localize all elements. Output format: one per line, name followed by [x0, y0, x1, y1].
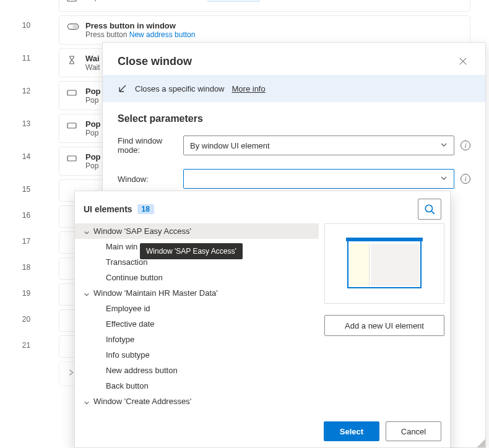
tree-element-node[interactable]: Effective date: [75, 316, 319, 332]
textbox-icon: [67, 0, 78, 5]
svg-rect-4: [67, 123, 76, 128]
step-link[interactable]: New address button: [129, 30, 196, 39]
svg-rect-3: [67, 90, 76, 95]
variable-pill[interactable]: EffectiveDate: [207, 0, 260, 2]
textbox-icon: [67, 121, 78, 132]
chevron-down-icon: [440, 141, 448, 149]
svg-rect-5: [67, 156, 76, 161]
tree-node-label: Infotype: [106, 335, 134, 344]
step-title: Pop: [85, 152, 101, 162]
more-info-link[interactable]: More info: [232, 84, 266, 93]
line-number: 17: [0, 230, 53, 256]
info-banner: Closes a specific window More info: [103, 75, 485, 102]
tooltip: Window 'SAP Easy Access': [140, 243, 243, 259]
tree-node-label: Window 'Maintain HR Master Data': [93, 288, 218, 298]
select-button[interactable]: Select: [324, 421, 379, 441]
search-button[interactable]: [418, 199, 441, 220]
window-label: Window:: [118, 174, 177, 184]
textbox-icon: [67, 153, 78, 165]
step-title: Pop: [85, 119, 101, 129]
tree-node-label: Continue button: [106, 273, 163, 282]
tree-element-node[interactable]: Continue button: [75, 270, 319, 285]
step-title: Pop: [85, 87, 101, 96]
step-subtitle: Populate text box Effective date with Ef…: [85, 0, 260, 1]
chevron-down-icon: [84, 228, 90, 235]
find-mode-label: Find window mode:: [118, 136, 177, 155]
tree-window-node[interactable]: Window 'SAP Easy Access': [75, 223, 319, 239]
step-subtitle: Pop: [85, 129, 101, 137]
line-number: 15: [0, 178, 53, 204]
count-badge: 18: [137, 204, 154, 214]
tree-node-label: Main win: [106, 242, 137, 251]
section-heading: Select parameters: [103, 102, 485, 132]
step-subtitle: Press button New address button: [85, 30, 195, 39]
line-number: 20: [0, 308, 53, 334]
tree-element-node[interactable]: Back button: [75, 378, 319, 394]
line-number: 14: [0, 145, 53, 178]
banner-text: Closes a specific window: [135, 84, 225, 93]
add-ui-element-button[interactable]: Add a new UI element: [324, 315, 444, 336]
line-number: 19: [0, 282, 53, 308]
step-subtitle: Pop: [85, 162, 101, 170]
line-number: 12: [0, 79, 53, 112]
line-number: 21: [0, 334, 53, 360]
flow-step-card[interactable]: Populate text box Effective date with Ef…: [59, 0, 470, 12]
line-number: [0, 360, 53, 388]
picker-title: UI elements: [84, 204, 132, 214]
tree-node-label: Employee id: [106, 304, 150, 313]
svg-rect-0: [67, 0, 76, 1]
dropdown-value: By window UI element: [190, 141, 270, 150]
press-icon: [67, 22, 78, 33]
step-link[interactable]: Effective date: [145, 0, 190, 1]
line-number: 18: [0, 256, 53, 282]
flow-step-card[interactable]: Press button in windowPress button New a…: [59, 15, 470, 45]
chevron-down-icon: [84, 398, 90, 405]
tree-window-node[interactable]: Window 'Create Addresses': [75, 394, 319, 409]
arrow-down-left-icon: [118, 84, 128, 93]
wait-icon: [67, 55, 78, 66]
svg-point-6: [425, 205, 432, 212]
chevron-down-icon: [84, 290, 90, 296]
step-title: Press button in window: [85, 21, 195, 30]
window-dropdown[interactable]: [183, 169, 454, 189]
tree-node-label: Info subtype: [106, 350, 150, 360]
dialog-title: Close window: [118, 55, 192, 68]
chevron-down-icon: [440, 174, 448, 182]
line-number: [0, 0, 53, 14]
tree-node-label: New address button: [106, 366, 178, 375]
line-number: 11: [0, 46, 53, 79]
tree-element-node[interactable]: Info subtype: [75, 347, 319, 363]
tree-element-node[interactable]: New address button: [75, 363, 319, 378]
preview-thumbnail: [324, 223, 444, 304]
step-title: Wai: [85, 54, 100, 63]
tree-node-label: Window 'SAP Easy Access': [93, 226, 191, 236]
svg-rect-2: [72, 25, 78, 28]
ui-element-picker: UI elements 18 Window 'SAP Easy Access'M…: [74, 191, 451, 448]
step-subtitle: Wait: [85, 63, 100, 72]
line-number: 16: [0, 204, 53, 230]
find-mode-dropdown[interactable]: By window UI element: [183, 136, 454, 155]
line-number: 10: [0, 14, 53, 46]
tree-element-node[interactable]: Infotype: [75, 332, 319, 347]
textbox-icon: [67, 88, 78, 99]
tree-element-node[interactable]: Employee id: [75, 301, 319, 316]
tree-element-node[interactable]: Street: [75, 409, 319, 410]
tree-node-label: Effective date: [106, 319, 155, 329]
resize-handle[interactable]: [477, 439, 485, 447]
close-icon[interactable]: [454, 53, 472, 70]
cancel-button[interactable]: Cancel: [386, 421, 441, 441]
tree-node-label: Back button: [106, 381, 149, 390]
line-number: 13: [0, 112, 53, 145]
tree-window-node[interactable]: Window 'Maintain HR Master Data': [75, 285, 319, 301]
step-subtitle: Pop: [85, 96, 101, 105]
tree-node-label: Window 'Create Addresses': [93, 397, 191, 406]
info-icon[interactable]: i: [461, 174, 470, 184]
info-icon[interactable]: i: [461, 140, 470, 150]
